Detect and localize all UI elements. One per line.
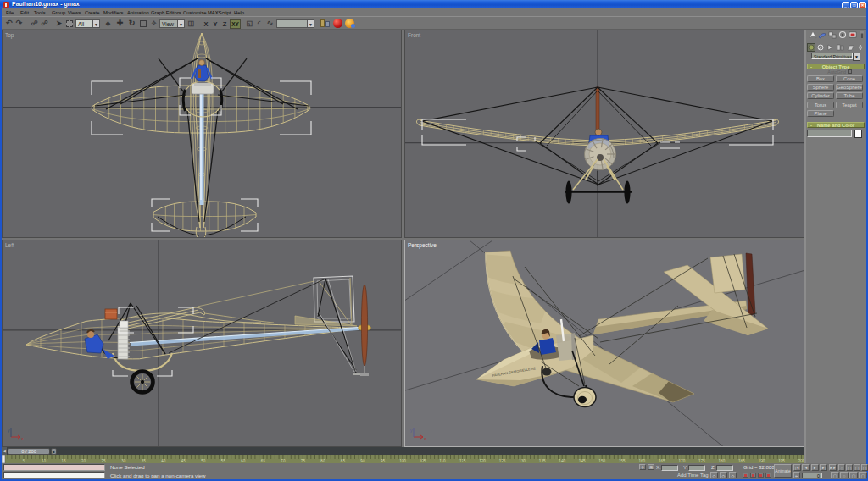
svg-text:y: y bbox=[8, 428, 10, 433]
svg-text:x: x bbox=[21, 436, 24, 441]
svg-text:x: x bbox=[424, 436, 426, 441]
svg-text:y: y bbox=[410, 428, 413, 433]
